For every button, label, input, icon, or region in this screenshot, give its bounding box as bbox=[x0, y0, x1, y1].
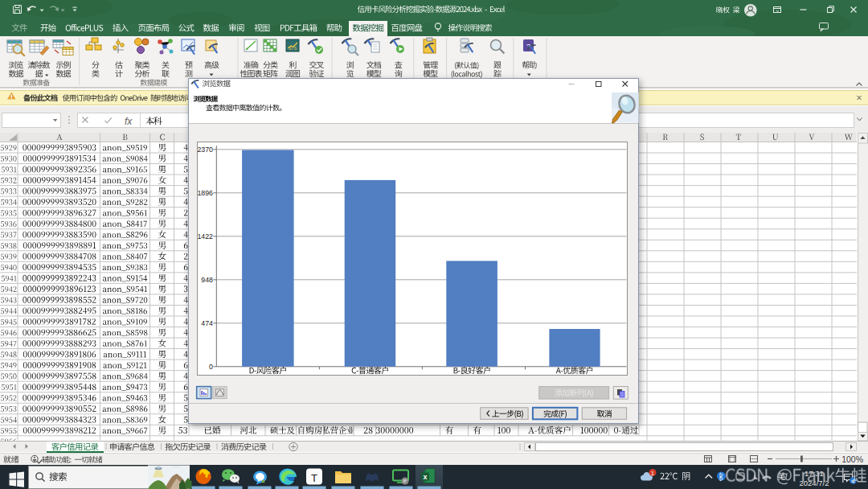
svg-text:1422: 1422 bbox=[197, 232, 213, 240]
svg-text:948: 948 bbox=[201, 276, 213, 284]
svg-text:474: 474 bbox=[201, 319, 213, 327]
svg-text:1896: 1896 bbox=[197, 189, 213, 197]
svg-text:100%: 100% bbox=[841, 454, 863, 464]
svg-text:0: 0 bbox=[209, 363, 213, 371]
svg-text:x: x bbox=[423, 473, 427, 481]
svg-text:T: T bbox=[311, 472, 317, 484]
svg-text:1: 1 bbox=[651, 471, 654, 476]
svg-text:2370: 2370 bbox=[197, 146, 213, 154]
